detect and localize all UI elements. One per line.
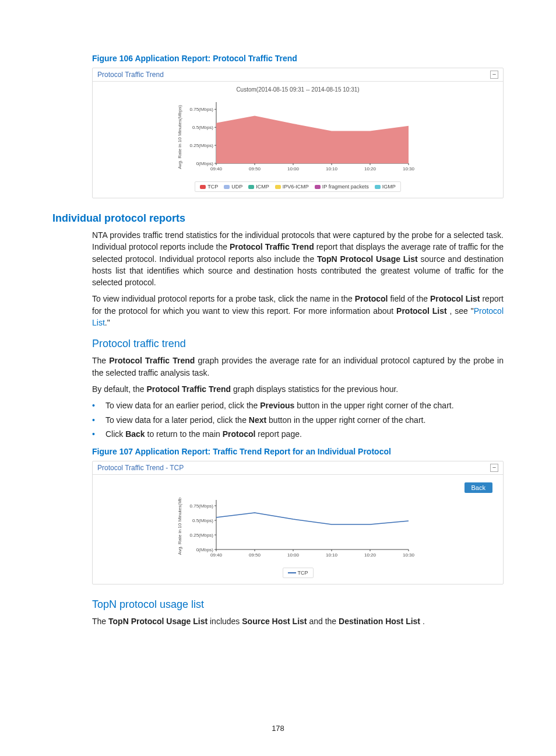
legend-item-tcp: TCP — [200, 184, 218, 190]
svg-text:09:40: 09:40 — [210, 552, 223, 558]
legend-item-frag: IP fragment packets — [315, 184, 369, 190]
list-item: • To view data for a later period, click… — [92, 414, 504, 426]
legend-item-ipv6icmp: IPV6-ICMP — [275, 184, 309, 190]
svg-text:10:20: 10:20 — [364, 166, 376, 172]
legend-label: IGMP — [382, 184, 396, 190]
paragraph: By default, the Protocol Traffic Trend g… — [92, 383, 504, 395]
swatch-tcp — [200, 185, 206, 189]
svg-text:10:00: 10:00 — [287, 552, 300, 558]
legend-item-igmp: IGMP — [375, 184, 396, 190]
swatch-frag — [315, 185, 321, 189]
svg-text:0(Mbps): 0(Mbps) — [196, 547, 214, 552]
chart-timerange-label: Custom(2014-08-15 09:31 -- 2014-08-15 10… — [98, 86, 497, 93]
svg-text:09:50: 09:50 — [249, 166, 261, 172]
legend-item-udp: UDP — [224, 184, 242, 190]
tcp-traffic-trend-chart: Avg. Rate in 10 Minutes(Mb 0(Mbps)0.25(M… — [175, 494, 420, 564]
chart-legend: TCP — [283, 568, 314, 578]
figure-107-caption: Figure 107 Application Report: Traffic T… — [92, 447, 504, 456]
swatch-igmp — [375, 185, 381, 189]
svg-text:0.25(Mbps): 0.25(Mbps) — [190, 143, 214, 148]
heading-topn-protocol-usage-list: TopN protocol usage list — [92, 598, 504, 611]
svg-text:10:20: 10:20 — [364, 552, 376, 558]
bullet-list: • To view data for an earlier period, cl… — [92, 400, 504, 440]
svg-text:0.5(Mbps): 0.5(Mbps) — [192, 125, 213, 130]
svg-text:10:00: 10:00 — [287, 166, 300, 172]
panel-header: Protocol Traffic Trend - TCP − — [93, 461, 503, 475]
page-number: 178 — [0, 724, 556, 733]
legend-label: IPV6-ICMP — [283, 184, 309, 190]
svg-text:0.25(Mbps): 0.25(Mbps) — [190, 533, 214, 538]
collapse-icon[interactable]: − — [490, 71, 498, 79]
svg-text:10:10: 10:10 — [326, 552, 338, 558]
back-button[interactable]: Back — [464, 482, 492, 493]
panel-body: Custom(2014-08-15 09:31 -- 2014-08-15 10… — [93, 82, 503, 198]
svg-text:10:30: 10:30 — [403, 166, 415, 172]
heading-individual-protocol-reports: Individual protocol reports — [52, 212, 504, 225]
chart-legend: TCP UDP ICMP IPV6-ICMP IP fragment packe… — [195, 181, 400, 192]
svg-text:09:50: 09:50 — [249, 552, 261, 558]
heading-protocol-traffic-trend: Protocol traffic trend — [92, 338, 504, 350]
y-axis-label: Avg. Rate in 10 Minutes(Mb — [177, 497, 182, 555]
protocol-traffic-trend-panel: Protocol Traffic Trend − Custom(2014-08-… — [92, 68, 504, 198]
swatch-ipv6icmp — [275, 185, 281, 189]
swatch-tcp-line — [288, 572, 296, 573]
legend-label: UDP — [231, 184, 242, 190]
paragraph: The Protocol Traffic Trend graph provide… — [92, 355, 504, 379]
protocol-traffic-trend-chart: Avg. Rate in 10 Minutes(Mbps) 0(Mbps)0.2… — [175, 96, 420, 178]
y-axis-label: Avg. Rate in 10 Minutes(Mbps) — [177, 105, 182, 169]
legend-item-icmp: ICMP — [248, 184, 269, 190]
bullet-icon: • — [92, 414, 95, 426]
panel-title: Protocol Traffic Trend — [97, 71, 164, 79]
list-item: • To view data for an earlier period, cl… — [92, 400, 504, 411]
legend-label: TCP — [298, 570, 308, 576]
svg-text:0.75(Mbps): 0.75(Mbps) — [190, 503, 214, 509]
legend-label: ICMP — [256, 184, 269, 190]
panel-header: Protocol Traffic Trend − — [93, 68, 503, 82]
legend-label: IP fragment packets — [322, 184, 369, 190]
svg-text:0(Mbps): 0(Mbps) — [196, 161, 214, 166]
svg-text:10:30: 10:30 — [403, 552, 415, 558]
bullet-icon: • — [92, 400, 95, 411]
figure-106-caption: Figure 106 Application Report: Protocol … — [92, 54, 504, 63]
collapse-icon[interactable]: − — [490, 464, 498, 472]
swatch-icmp — [248, 185, 254, 189]
paragraph: The TopN Protocol Usage List includes So… — [92, 615, 504, 627]
panel-body: Back Avg. Rate in 10 Minutes(Mb 0(Mbps)0… — [93, 475, 503, 584]
panel-title: Protocol Traffic Trend - TCP — [97, 464, 184, 472]
svg-text:0.5(Mbps): 0.5(Mbps) — [192, 518, 213, 523]
svg-text:09:40: 09:40 — [210, 166, 223, 172]
paragraph: To view individual protocol reports for … — [92, 293, 504, 328]
list-item: • Click Back to return to the main Proto… — [92, 428, 504, 440]
bullet-icon: • — [92, 428, 95, 440]
svg-text:0.75(Mbps): 0.75(Mbps) — [190, 107, 214, 112]
swatch-udp — [224, 185, 230, 189]
paragraph: NTA provides traffic trend statistics fo… — [92, 229, 504, 288]
legend-label: TCP — [207, 184, 218, 190]
svg-text:10:10: 10:10 — [326, 166, 338, 172]
protocol-traffic-trend-tcp-panel: Protocol Traffic Trend - TCP − Back Avg.… — [92, 461, 504, 584]
legend-item-tcp: TCP — [288, 570, 308, 576]
